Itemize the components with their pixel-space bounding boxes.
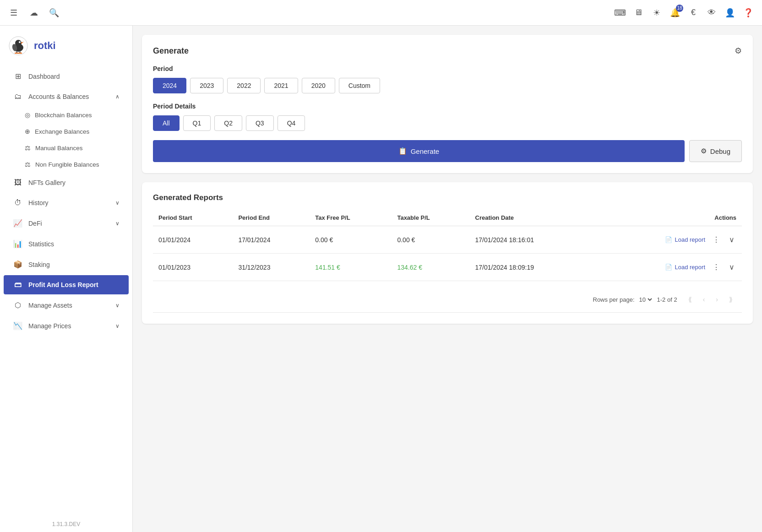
help-icon[interactable]: ❓ (742, 6, 755, 19)
reports-table: Period Start Period End Tax Free P/L Tax… (153, 210, 742, 313)
sidebar-item-manage-assets[interactable]: ⬡ Manage Assets ∨ (4, 295, 129, 315)
row2-creation-date: 17/01/2024 18:09:19 (470, 254, 594, 281)
reports-title: Generated Reports (153, 193, 742, 202)
detail-btn-q2[interactable]: Q2 (214, 115, 242, 131)
sidebar-item-exchange-balances[interactable]: ⊕ Exchange Balances (0, 123, 132, 140)
period-btn-2023[interactable]: 2023 (190, 78, 223, 93)
assets-label: Manage Assets (28, 302, 110, 309)
row1-actions: 📄 Load report ⋮ ∨ (594, 226, 742, 254)
blockchain-label: Blockchain Balances (35, 112, 92, 119)
manual-icon: ⚖ (25, 144, 31, 152)
detail-btn-q4[interactable]: Q4 (278, 115, 305, 131)
period-btn-group: 2024 2023 2022 2021 2020 Custom (153, 78, 742, 93)
prev-page-button[interactable]: ‹ (699, 294, 709, 305)
period-section: Period 2024 2023 2022 2021 2020 Custom (153, 65, 742, 93)
row1-period-start: 01/01/2024 (153, 226, 233, 254)
col-actions: Actions (594, 210, 742, 226)
detail-btn-group: All Q1 Q2 Q3 Q4 (153, 115, 742, 131)
notification-icon[interactable]: 🔔 18 (669, 6, 681, 19)
col-tax-free-pl: Tax Free P/L (310, 210, 392, 226)
sidebar-item-accounts-balances[interactable]: 🗂 Accounts & Balances ∧ (4, 87, 129, 106)
sidebar-item-non-fungible-balances[interactable]: ⚖ Non Fungible Balances (0, 156, 132, 173)
svg-point-2 (15, 40, 22, 46)
row1-more-options-button[interactable]: ⋮ (711, 233, 722, 246)
settings-icon[interactable]: ⚙ (735, 46, 742, 56)
display-icon[interactable]: 🖥 (632, 6, 645, 19)
layout: rotki ⊞ Dashboard 🗂 Accounts & Balances … (0, 26, 762, 532)
sidebar-item-manage-prices[interactable]: 📉 Manage Prices ∨ (4, 316, 129, 336)
rows-per-page-select[interactable]: 10 25 50 (637, 296, 653, 304)
currency-icon[interactable]: € (687, 6, 700, 19)
reports-table-head: Period Start Period End Tax Free P/L Tax… (153, 210, 742, 226)
version-label: 1.31.3.DEV (0, 516, 132, 532)
period-btn-2024[interactable]: 2024 (153, 78, 186, 93)
rows-per-page-label: Rows per page: (593, 296, 635, 303)
nfts-label: NFTs Gallery (28, 179, 120, 186)
last-page-button[interactable]: ⟫ (725, 294, 736, 305)
generate-card: Generate ⚙ Period 2024 2023 2022 2021 20… (142, 35, 753, 173)
period-details-section: Period Details All Q1 Q2 Q3 Q4 (153, 103, 742, 131)
pl-label: Profit And Loss Report (28, 281, 120, 288)
generate-button[interactable]: 📋 Generate (153, 140, 685, 162)
action-row: 📋 Generate ⚙ Debug (153, 140, 742, 162)
prices-arrow: ∨ (115, 323, 120, 329)
detail-btn-all[interactable]: All (153, 115, 180, 131)
exchange-icon: ⊕ (25, 128, 30, 135)
period-btn-2022[interactable]: 2022 (227, 78, 261, 93)
dashboard-label: Dashboard (28, 73, 120, 80)
debug-btn-label: Debug (710, 147, 730, 155)
dashboard-icon: ⊞ (13, 72, 23, 81)
defi-icon: 📈 (13, 219, 23, 228)
col-creation-date: Creation Date (470, 210, 594, 226)
pagination-row: Rows per page: 10 25 50 1-2 of 2 ⟪ ‹ (153, 281, 742, 313)
period-btn-custom[interactable]: Custom (339, 78, 380, 93)
row1-period-end: 17/01/2024 (233, 226, 310, 254)
row2-actions: 📄 Load report ⋮ ∨ (594, 254, 742, 281)
col-taxable-pl: Taxable P/L (392, 210, 469, 226)
row2-period-end: 31/12/2023 (233, 254, 310, 281)
sidebar-item-manual-balances[interactable]: ⚖ Manual Balances (0, 140, 132, 156)
menu-icon[interactable]: ☰ (7, 6, 20, 19)
detail-btn-q3[interactable]: Q3 (246, 115, 274, 131)
sidebar-item-statistics[interactable]: 📊 Statistics (4, 234, 129, 254)
code-icon[interactable]: ⌨ (614, 6, 626, 19)
sidebar-item-profit-loss[interactable]: 🗃 Profit And Loss Report (4, 275, 129, 294)
history-arrow: ∨ (115, 200, 120, 206)
topbar-right: ⌨ 🖥 ☀ 🔔 18 € 👁 👤 ❓ (614, 6, 755, 19)
nonfungible-icon: ⚖ (25, 161, 31, 168)
sidebar-item-defi[interactable]: 📈 DeFi ∨ (4, 213, 129, 233)
sidebar-item-dashboard[interactable]: ⊞ Dashboard (4, 66, 129, 86)
staking-label: Staking (28, 261, 120, 268)
period-btn-2021[interactable]: 2021 (264, 78, 298, 93)
defi-label: DeFi (28, 220, 110, 227)
sidebar-item-blockchain-balances[interactable]: ◎ Blockchain Balances (0, 107, 132, 123)
row1-expand-button[interactable]: ∨ (727, 233, 736, 246)
sidebar-item-nfts-gallery[interactable]: 🖼 NFTs Gallery (4, 173, 129, 192)
user-icon[interactable]: 👤 (724, 6, 736, 19)
next-page-button[interactable]: › (712, 294, 722, 305)
sidebar-item-history[interactable]: ⏱ History ∨ (4, 193, 129, 212)
sidebar-logo: rotki (0, 26, 132, 66)
exchange-label: Exchange Balances (35, 128, 89, 135)
row2-more-options-button[interactable]: ⋮ (711, 261, 722, 273)
col-period-end: Period End (233, 210, 310, 226)
load-report-icon: 📄 (665, 236, 672, 243)
cloud-icon[interactable]: ☁ (27, 6, 40, 19)
search-icon[interactable]: 🔍 (48, 6, 60, 19)
statistics-icon: 📊 (13, 239, 23, 248)
accounts-arrow: ∧ (115, 93, 120, 100)
detail-btn-q1[interactable]: Q1 (183, 115, 211, 131)
sidebar-item-staking[interactable]: 📦 Staking (4, 255, 129, 274)
debug-button[interactable]: ⚙ Debug (689, 140, 742, 162)
row1-load-report-button[interactable]: 📄 Load report (665, 236, 706, 243)
first-page-button[interactable]: ⟪ (685, 294, 696, 305)
table-row: 01/01/2023 31/12/2023 141.51 € 134.62 € … (153, 254, 742, 281)
period-btn-2020[interactable]: 2020 (302, 78, 335, 93)
statistics-label: Statistics (28, 240, 120, 248)
table-row: 01/01/2024 17/01/2024 0.00 € 0.00 € 17/0… (153, 226, 742, 254)
rows-per-page: Rows per page: 10 25 50 (593, 296, 653, 304)
eye-icon[interactable]: 👁 (705, 6, 718, 19)
row2-load-report-button[interactable]: 📄 Load report (665, 264, 706, 271)
theme-icon[interactable]: ☀ (650, 6, 663, 19)
row2-expand-button[interactable]: ∨ (727, 261, 736, 273)
